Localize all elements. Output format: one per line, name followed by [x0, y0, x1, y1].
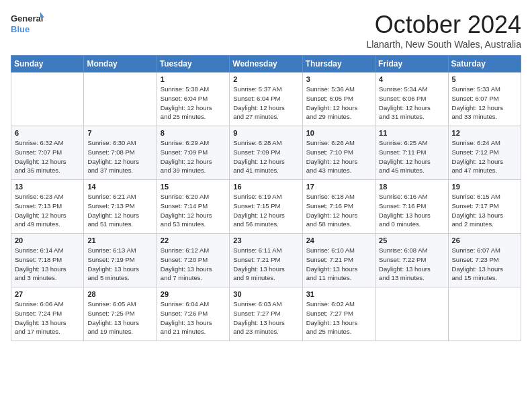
day-info-line: Daylight: 13 hours [379, 211, 444, 220]
day-info-line: and 15 minutes. [452, 273, 517, 283]
weekday-header-friday: Friday [375, 56, 448, 73]
calendar-cell: 7Sunrise: 6:30 AMSunset: 7:08 PMDaylight… [84, 126, 157, 180]
day-info-line: Sunrise: 6:03 AM [233, 300, 298, 309]
calendar-cell: 17Sunrise: 6:18 AMSunset: 7:16 PMDayligh… [302, 180, 375, 234]
day-info-line: and 25 minutes. [306, 327, 371, 336]
calendar-cell: 29Sunrise: 6:04 AMSunset: 7:26 PMDayligh… [157, 287, 229, 341]
day-number: 14 [87, 183, 152, 191]
day-info-line: and 25 minutes. [161, 112, 226, 122]
day-info: Sunrise: 6:08 AMSunset: 7:22 PMDaylight:… [379, 246, 444, 283]
day-info-line: Sunrise: 6:25 AM [379, 138, 444, 148]
day-info-line: Daylight: 13 hours [452, 265, 517, 274]
calendar-cell [448, 287, 521, 341]
day-info-line: Sunset: 6:06 PM [379, 94, 444, 103]
day-info-line: Sunset: 7:21 PM [306, 255, 371, 265]
day-info-line: Daylight: 13 hours [161, 265, 226, 274]
day-info: Sunrise: 5:34 AMSunset: 6:06 PMDaylight:… [379, 85, 444, 122]
calendar-cell: 16Sunrise: 6:19 AMSunset: 7:15 PMDayligh… [230, 180, 302, 234]
day-info-line: Sunrise: 6:11 AM [233, 246, 298, 255]
day-info-line: and 45 minutes. [379, 166, 444, 175]
weekday-header-tuesday: Tuesday [157, 56, 229, 73]
day-number: 9 [233, 129, 298, 137]
day-info-line: Sunrise: 6:29 AM [161, 138, 226, 148]
day-number: 30 [233, 290, 298, 298]
day-info-line: and 53 minutes. [161, 220, 226, 229]
day-info: Sunrise: 6:29 AMSunset: 7:09 PMDaylight:… [161, 138, 226, 175]
month-title: October 2024 [366, 11, 521, 39]
day-info-line: Sunset: 7:16 PM [379, 201, 444, 211]
day-info-line: Daylight: 13 hours [87, 318, 152, 328]
day-info-line: and 0 minutes. [379, 220, 444, 229]
day-info-line: Sunset: 7:26 PM [161, 309, 226, 318]
day-info: Sunrise: 6:10 AMSunset: 7:21 PMDaylight:… [306, 246, 371, 283]
day-number: 19 [452, 183, 517, 191]
day-info-line: Sunrise: 5:38 AM [161, 85, 226, 94]
day-number: 29 [161, 290, 226, 298]
day-info-line: Daylight: 13 hours [87, 265, 152, 274]
day-info-line: and 27 minutes. [233, 112, 298, 122]
location-subtitle: Llanarth, New South Wales, Australia [366, 39, 521, 50]
day-info-line: Sunrise: 6:32 AM [15, 138, 80, 148]
day-number: 8 [161, 129, 226, 137]
day-info-line: and 35 minutes. [15, 166, 80, 175]
day-info-line: Daylight: 12 hours [233, 211, 298, 220]
day-info-line: Daylight: 13 hours [452, 211, 517, 220]
day-info: Sunrise: 5:36 AMSunset: 6:05 PMDaylight:… [306, 85, 371, 122]
day-number: 12 [452, 129, 517, 137]
logo-svg: General Blue [11, 11, 44, 38]
day-info: Sunrise: 6:32 AMSunset: 7:07 PMDaylight:… [15, 138, 80, 175]
weekday-header-thursday: Thursday [302, 56, 375, 73]
day-info-line: Daylight: 13 hours [233, 265, 298, 274]
svg-text:Blue: Blue [11, 24, 30, 34]
day-info-line: Sunset: 7:17 PM [452, 201, 517, 211]
calendar-cell: 19Sunrise: 6:15 AMSunset: 7:17 PMDayligh… [448, 180, 521, 234]
calendar-week-1: 1Sunrise: 5:38 AMSunset: 6:04 PMDaylight… [11, 73, 521, 126]
day-info: Sunrise: 6:30 AMSunset: 7:08 PMDaylight:… [87, 138, 152, 175]
day-info-line: Sunrise: 5:33 AM [452, 85, 517, 94]
day-info: Sunrise: 6:07 AMSunset: 7:23 PMDaylight:… [452, 246, 517, 283]
day-info-line: and 49 minutes. [15, 220, 80, 229]
day-info-line: and 41 minutes. [233, 166, 298, 175]
day-number: 20 [15, 236, 80, 244]
calendar-cell: 20Sunrise: 6:14 AMSunset: 7:18 PMDayligh… [11, 234, 84, 287]
calendar-cell: 9Sunrise: 6:28 AMSunset: 7:09 PMDaylight… [230, 126, 302, 180]
day-info-line: and 7 minutes. [161, 273, 226, 283]
calendar-cell: 23Sunrise: 6:11 AMSunset: 7:21 PMDayligh… [230, 234, 302, 287]
day-info: Sunrise: 6:05 AMSunset: 7:25 PMDaylight:… [87, 300, 152, 336]
day-number: 31 [306, 290, 371, 298]
day-info-line: Daylight: 13 hours [15, 265, 80, 274]
day-info-line: and 23 minutes. [233, 327, 298, 336]
day-number: 10 [306, 129, 371, 137]
day-info: Sunrise: 6:15 AMSunset: 7:17 PMDaylight:… [452, 192, 517, 229]
page-header: General Blue October 2024 Llanarth, New … [11, 11, 521, 50]
day-info: Sunrise: 5:37 AMSunset: 6:04 PMDaylight:… [233, 85, 298, 122]
day-number: 15 [161, 183, 226, 191]
calendar-week-4: 20Sunrise: 6:14 AMSunset: 7:18 PMDayligh… [11, 234, 521, 287]
day-number: 18 [379, 183, 444, 191]
day-number: 6 [15, 129, 80, 137]
day-info-line: Sunrise: 6:23 AM [15, 192, 80, 201]
day-info-line: Sunset: 7:25 PM [87, 309, 152, 318]
day-info-line: Sunset: 7:27 PM [233, 309, 298, 318]
day-number: 2 [233, 75, 298, 83]
day-info-line: Sunset: 6:05 PM [306, 94, 371, 103]
day-info-line: and 5 minutes. [87, 273, 152, 283]
day-info-line: and 31 minutes. [379, 112, 444, 122]
day-info-line: Sunset: 7:09 PM [161, 148, 226, 157]
calendar-cell: 31Sunrise: 6:02 AMSunset: 7:27 PMDayligh… [302, 287, 375, 341]
day-info-line: Sunset: 7:08 PM [87, 148, 152, 157]
day-info-line: and 43 minutes. [306, 166, 371, 175]
day-info: Sunrise: 6:23 AMSunset: 7:13 PMDaylight:… [15, 192, 80, 229]
day-info-line: Daylight: 12 hours [379, 103, 444, 113]
calendar-week-3: 13Sunrise: 6:23 AMSunset: 7:13 PMDayligh… [11, 180, 521, 234]
day-info: Sunrise: 6:21 AMSunset: 7:13 PMDaylight:… [87, 192, 152, 229]
calendar-cell: 18Sunrise: 6:16 AMSunset: 7:16 PMDayligh… [375, 180, 448, 234]
day-info-line: Daylight: 13 hours [306, 265, 371, 274]
calendar-cell [375, 287, 448, 341]
day-info-line: Daylight: 12 hours [306, 157, 371, 167]
title-block: October 2024 Llanarth, New South Wales, … [366, 11, 521, 50]
day-info-line: Daylight: 12 hours [452, 103, 517, 113]
day-info-line: and 47 minutes. [452, 166, 517, 175]
day-info-line: Sunset: 7:19 PM [87, 255, 152, 265]
day-number: 24 [306, 236, 371, 244]
